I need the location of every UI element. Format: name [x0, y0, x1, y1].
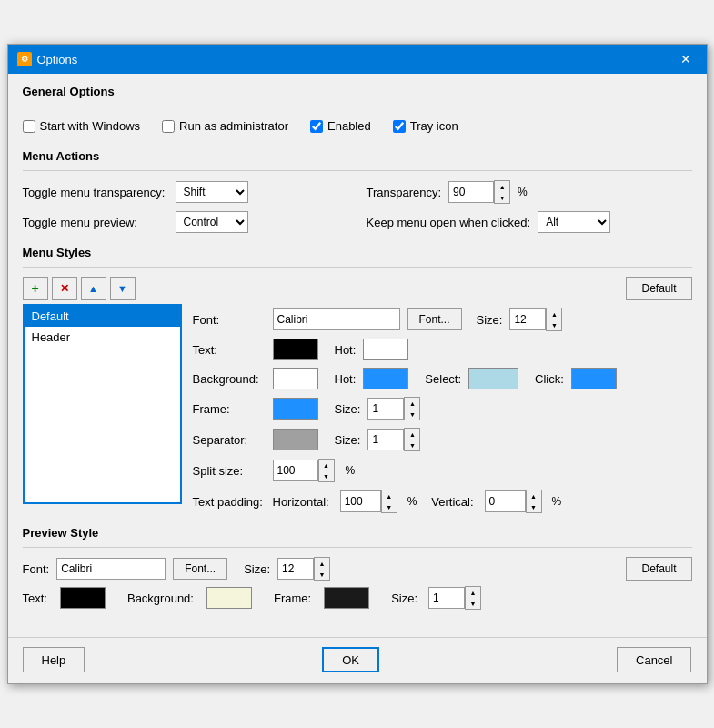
- hot-color-swatch[interactable]: [363, 339, 408, 360]
- preview-size2-input[interactable]: [428, 587, 465, 609]
- preview-text-color-swatch[interactable]: [60, 587, 106, 609]
- frame-size-spin-up[interactable]: ▲: [405, 398, 419, 409]
- frame-size-input[interactable]: [367, 398, 404, 420]
- font-size-spin-up[interactable]: ▲: [547, 308, 561, 319]
- font-label: Font:: [193, 313, 266, 327]
- preview-size-spin-up[interactable]: ▲: [315, 558, 329, 569]
- preview-text-label: Text:: [23, 592, 47, 605]
- transparency-spin-buttons: ▲ ▼: [494, 180, 510, 204]
- dialog-title: Options: [37, 53, 78, 66]
- preview-size-spin-down[interactable]: ▼: [315, 569, 329, 580]
- font-size-spin-down[interactable]: ▼: [547, 319, 561, 330]
- horizontal-input[interactable]: [340, 490, 381, 512]
- frame-size-spin-down[interactable]: ▼: [405, 409, 419, 420]
- transparency-spin-up[interactable]: ▲: [495, 181, 509, 192]
- options-dialog: ⚙ Options ✕ General Options Start with W…: [7, 44, 708, 684]
- style-list[interactable]: Default Header: [23, 304, 182, 504]
- keep-open-label: Keep menu open when clicked:: [367, 216, 531, 229]
- preview-font-input[interactable]: [56, 558, 166, 580]
- split-size-input[interactable]: [273, 460, 318, 481]
- preview-size2-spin-up[interactable]: ▲: [466, 587, 480, 598]
- font-input[interactable]: [273, 308, 400, 330]
- preview-frame-color-swatch[interactable]: [324, 587, 369, 609]
- separator-color-swatch[interactable]: [273, 429, 318, 450]
- split-size-spin-down[interactable]: ▼: [319, 470, 334, 481]
- frame-row: Frame: Size: ▲ ▼: [193, 397, 692, 420]
- transparency-spinner: ▲ ▼: [448, 180, 510, 204]
- frame-color-swatch[interactable]: [273, 398, 318, 420]
- ok-button[interactable]: OK: [322, 647, 379, 672]
- frame-size-spinner: ▲ ▼: [367, 397, 420, 420]
- separator-size-spin-up[interactable]: ▲: [405, 429, 419, 440]
- tray-icon-checkbox[interactable]: [393, 120, 406, 133]
- font-button[interactable]: Font...: [407, 308, 462, 330]
- help-button[interactable]: Help: [23, 647, 85, 672]
- cancel-button[interactable]: Cancel: [617, 647, 691, 672]
- size-label: Size:: [477, 313, 503, 327]
- transparency-input[interactable]: [448, 181, 494, 203]
- menu-styles-section: Menu Styles + ✕ ▲ ▼ Default Header: [23, 246, 692, 513]
- bg-hot-color-swatch[interactable]: [363, 368, 408, 389]
- run-as-admin-checkbox[interactable]: [162, 120, 175, 133]
- remove-style-button[interactable]: ✕: [52, 277, 77, 300]
- background-color-swatch[interactable]: [273, 368, 318, 389]
- style-list-item-header[interactable]: Header: [25, 327, 180, 348]
- preview-font-label: Font:: [23, 562, 50, 576]
- style-default-button[interactable]: Default: [626, 277, 691, 300]
- move-down-button[interactable]: ▼: [110, 277, 136, 300]
- menu-styles-container: + ✕ ▲ ▼ Default Header Default: [23, 277, 692, 513]
- start-with-windows-text: Start with Windows: [40, 119, 141, 133]
- tray-icon-text: Tray icon: [410, 119, 458, 133]
- transparency-spin-down[interactable]: ▼: [495, 192, 509, 203]
- text-color-label: Text:: [193, 343, 266, 357]
- preview-bg-label: Background:: [127, 592, 194, 605]
- close-button[interactable]: ✕: [674, 50, 698, 68]
- click-color-swatch[interactable]: [571, 368, 617, 389]
- add-style-button[interactable]: +: [23, 277, 48, 300]
- preview-row1: Font: Font... Size: ▲ ▼ Default: [23, 557, 692, 581]
- preview-bg-color-swatch[interactable]: [206, 587, 252, 609]
- separator-size-spinner: ▲ ▼: [367, 428, 420, 451]
- enabled-checkbox[interactable]: [310, 120, 323, 133]
- tray-icon-label[interactable]: Tray icon: [393, 119, 458, 133]
- preview-style-section: Preview Style Font: Font... Size: ▲ ▼ De…: [23, 526, 692, 610]
- preview-size2-spinner: ▲ ▼: [428, 586, 481, 610]
- select-color-swatch[interactable]: [468, 368, 518, 389]
- separator-row: Separator: Size: ▲ ▼: [193, 428, 692, 451]
- vertical-input[interactable]: [485, 490, 526, 512]
- general-options-section: General Options Start with Windows Run a…: [23, 85, 692, 136]
- toggle-preview-row: Toggle menu preview: Control Shift Alt N…: [23, 211, 348, 233]
- general-options-title: General Options: [23, 85, 692, 98]
- preview-font-button[interactable]: Font...: [173, 558, 227, 580]
- toggle-transparency-row: Toggle menu transparency: Shift Control …: [23, 180, 348, 204]
- text-color-swatch[interactable]: [273, 339, 318, 360]
- vertical-spin-up[interactable]: ▲: [527, 490, 541, 501]
- vertical-spin-down[interactable]: ▼: [527, 501, 541, 512]
- props-top: Default: [193, 277, 692, 300]
- font-size-input[interactable]: [509, 308, 546, 330]
- style-list-item-default[interactable]: Default: [25, 306, 180, 327]
- preview-size2-spin-down[interactable]: ▼: [466, 598, 480, 609]
- preview-size-input[interactable]: [277, 558, 314, 580]
- font-size-spinner: ▲ ▼: [509, 308, 562, 331]
- vertical-label: Vertical:: [431, 495, 473, 509]
- enabled-label[interactable]: Enabled: [310, 119, 371, 133]
- font-size-spin-buttons: ▲ ▼: [546, 308, 562, 331]
- style-list-toolbar: + ✕ ▲ ▼: [23, 277, 182, 300]
- toggle-preview-select[interactable]: Control Shift Alt None: [176, 211, 248, 233]
- font-row: Font: Font... Size: ▲ ▼: [193, 308, 692, 331]
- run-as-admin-label[interactable]: Run as administrator: [162, 119, 288, 133]
- split-size-spin-up[interactable]: ▲: [319, 460, 334, 470]
- preview-default-button[interactable]: Default: [626, 557, 691, 581]
- move-up-button[interactable]: ▲: [81, 277, 106, 300]
- keep-open-select[interactable]: Alt Shift Control None: [538, 211, 610, 233]
- separator-size-spin-down[interactable]: ▼: [405, 440, 419, 450]
- separator-size-input[interactable]: [367, 429, 404, 450]
- toggle-transparency-select[interactable]: Shift Control Alt None: [176, 181, 248, 203]
- toggle-transparency-label: Toggle menu transparency:: [23, 186, 168, 199]
- start-with-windows-label[interactable]: Start with Windows: [23, 119, 141, 133]
- horizontal-spin-down[interactable]: ▼: [382, 501, 397, 512]
- horizontal-spin-up[interactable]: ▲: [382, 490, 397, 501]
- start-with-windows-checkbox[interactable]: [23, 120, 35, 133]
- vertical-spin-buttons: ▲ ▼: [526, 490, 542, 513]
